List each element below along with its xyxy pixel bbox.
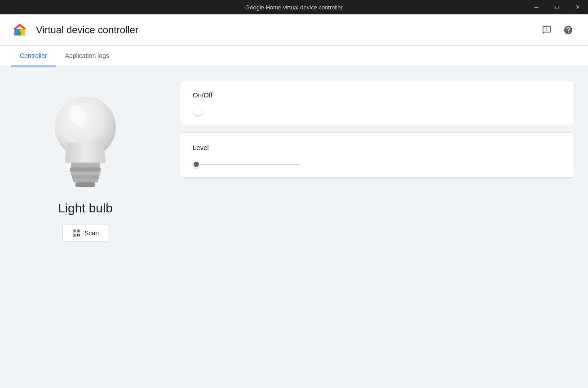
- level-title: Level: [193, 144, 561, 151]
- svg-rect-1: [18, 32, 21, 35]
- svg-rect-3: [71, 163, 100, 168]
- feedback-icon: [542, 25, 552, 35]
- scan-button[interactable]: Scan: [62, 225, 108, 242]
- main-content: Light bulb Scan On/Off Level: [0, 66, 588, 388]
- right-panel: On/Off Level: [171, 66, 588, 388]
- onoff-card: On/Off: [180, 80, 575, 125]
- device-image: [40, 84, 130, 192]
- toggle-thumb: [194, 107, 203, 116]
- left-panel: Light bulb Scan: [0, 66, 171, 388]
- title-bar-text: Google Home virtual device controller: [245, 4, 343, 11]
- feedback-button[interactable]: [538, 21, 556, 39]
- svg-rect-8: [75, 182, 95, 187]
- qr-code-icon: [72, 229, 81, 238]
- app-title: Virtual device controller: [36, 24, 538, 36]
- tab-controller[interactable]: Controller: [11, 46, 56, 66]
- scan-button-label: Scan: [84, 229, 99, 237]
- svg-rect-5: [71, 172, 100, 176]
- title-bar-controls: ─ □ ✕: [526, 0, 588, 14]
- app-header: Virtual device controller: [0, 14, 588, 46]
- header-icons: [538, 21, 577, 39]
- title-bar: Google Home virtual device controller ─ …: [0, 0, 588, 14]
- level-card: Level: [180, 132, 575, 178]
- tabs-bar: Controller Application logs: [0, 46, 588, 66]
- maximize-button[interactable]: □: [547, 0, 567, 14]
- app-logo: [11, 21, 29, 39]
- help-button[interactable]: [559, 21, 577, 39]
- svg-rect-7: [73, 179, 98, 182]
- svg-rect-6: [72, 175, 99, 179]
- device-name-label: Light bulb: [58, 201, 112, 216]
- minimize-button[interactable]: ─: [526, 0, 547, 14]
- level-slider[interactable]: [193, 164, 301, 165]
- onoff-title: On/Off: [193, 91, 561, 99]
- tab-application-logs[interactable]: Application logs: [56, 46, 118, 66]
- help-icon: [563, 25, 573, 35]
- svg-rect-4: [70, 168, 101, 172]
- close-button[interactable]: ✕: [567, 0, 588, 14]
